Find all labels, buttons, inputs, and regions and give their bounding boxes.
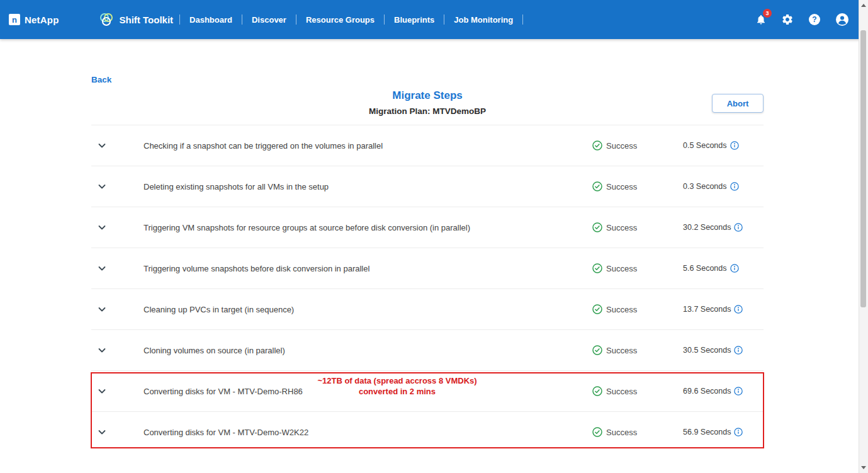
status-text: Success	[606, 387, 637, 396]
nav-item-dashboard[interactable]: Dashboard	[180, 15, 242, 25]
chevron-down-icon	[97, 345, 107, 355]
header-actions: 3 ?	[755, 13, 849, 26]
brand-name: NetApp	[25, 14, 59, 25]
check-circle-icon	[592, 345, 602, 355]
steps-list: Checking if a snapshot can be triggered …	[91, 125, 764, 452]
duration-text: 30.2 Seconds	[683, 223, 731, 232]
chevron-cell	[91, 304, 144, 314]
step-row: Checking if a snapshot can be triggered …	[91, 125, 764, 166]
status-badge: Success	[592, 345, 683, 355]
check-circle-icon	[592, 304, 602, 314]
info-icon[interactable]	[730, 264, 739, 273]
duration-text: 13.7 Seconds	[683, 305, 731, 314]
notification-badge: 3	[763, 9, 772, 18]
svg-text:?: ?	[812, 15, 816, 24]
back-link[interactable]: Back	[91, 75, 111, 84]
nav-divider	[522, 14, 523, 25]
status-badge: Success	[592, 386, 683, 396]
abort-button[interactable]: Abort	[712, 94, 764, 113]
info-icon[interactable]	[734, 428, 743, 436]
duration-text: 0.5 Seconds	[683, 141, 727, 150]
nav-item-discover[interactable]: Discover	[242, 15, 296, 25]
duration-text: 5.6 Seconds	[683, 264, 727, 273]
chevron-down-icon	[97, 386, 107, 396]
notifications-button[interactable]: 3	[755, 13, 767, 26]
scrollbar[interactable]	[859, 0, 868, 473]
nav-item-job-monitoring[interactable]: Job Monitoring	[444, 15, 522, 25]
chevron-cell	[91, 140, 144, 151]
page-subtitle: Migration Plan: MTVDemoBP	[91, 106, 764, 116]
title-area: Migrate Steps Migration Plan: MTVDemoBP …	[91, 89, 764, 116]
status-text: Success	[606, 346, 637, 355]
duration-text: 69.6 Seconds	[683, 387, 731, 396]
chevron-cell	[91, 263, 144, 273]
app-title: Shift Toolkit	[98, 12, 174, 27]
step-duration: 0.3 Seconds	[683, 182, 764, 191]
page-title: Migrate Steps	[91, 89, 764, 103]
expand-step-button[interactable]	[97, 427, 107, 437]
info-icon[interactable]	[730, 141, 739, 150]
step-row: Cloning volumes on source (in parallel) …	[91, 329, 764, 370]
info-icon[interactable]	[734, 305, 743, 314]
scrollbar-down-arrow[interactable]	[861, 466, 866, 469]
netapp-logo-icon: n	[9, 14, 20, 25]
status-text: Success	[606, 141, 637, 151]
chevron-cell	[91, 222, 144, 232]
expand-step-button[interactable]	[97, 222, 107, 232]
step-duration: 13.7 Seconds	[683, 305, 764, 314]
chevron-down-icon	[97, 181, 107, 191]
expand-step-button[interactable]	[97, 386, 107, 396]
nav-item-resource-groups[interactable]: Resource Groups	[296, 15, 384, 25]
duration-text: 56.9 Seconds	[683, 428, 731, 436]
chevron-down-icon	[97, 304, 107, 314]
status-text: Success	[606, 223, 637, 232]
scrollbar-thumb[interactable]	[860, 30, 866, 307]
info-icon[interactable]	[734, 387, 743, 396]
step-description: Deleting existing snapshots for all VMs …	[144, 182, 592, 191]
help-button[interactable]: ?	[808, 13, 821, 26]
step-duration: 0.5 Seconds	[683, 141, 764, 150]
step-row: Deleting existing snapshots for all VMs …	[91, 166, 764, 207]
chevron-cell	[91, 427, 144, 437]
chevron-down-icon	[97, 222, 107, 232]
status-badge: Success	[592, 263, 683, 273]
step-duration: 5.6 Seconds	[683, 264, 764, 273]
info-icon[interactable]	[734, 223, 743, 232]
duration-text: 0.3 Seconds	[683, 182, 727, 191]
info-icon[interactable]	[734, 346, 743, 355]
main-nav: Dashboard Discover Resource Groups Bluep…	[179, 14, 523, 25]
nav-item-blueprints[interactable]: Blueprints	[385, 15, 444, 25]
step-duration: 30.2 Seconds	[683, 223, 764, 232]
account-icon	[835, 13, 849, 26]
status-badge: Success	[592, 304, 683, 314]
check-circle-icon	[592, 181, 602, 191]
help-icon: ?	[808, 13, 821, 26]
app-name: Shift Toolkit	[120, 14, 174, 25]
netapp-brand: n NetApp	[9, 14, 59, 25]
status-text: Success	[606, 182, 637, 191]
status-badge: Success	[592, 140, 683, 151]
step-description: Cloning volumes on source (in parallel)	[144, 346, 592, 355]
expand-step-button[interactable]	[97, 140, 107, 151]
info-icon[interactable]	[730, 182, 739, 191]
step-duration: 56.9 Seconds	[683, 428, 764, 436]
status-badge: Success	[592, 427, 683, 437]
expand-step-button[interactable]	[97, 263, 107, 273]
chevron-cell	[91, 181, 144, 191]
step-row: Triggering volume snapshots before disk …	[91, 248, 764, 288]
expand-step-button[interactable]	[97, 304, 107, 314]
gear-icon	[781, 13, 794, 26]
expand-step-button[interactable]	[97, 345, 107, 355]
step-description: Converting disks for VM - MTV-Demo-W2K22	[144, 428, 592, 437]
scrollbar-up-arrow[interactable]	[861, 4, 866, 7]
migrate-steps-page: Back Migrate Steps Migration Plan: MTVDe…	[91, 39, 764, 452]
app-header: n NetApp Shift Toolkit Dashboard Discove…	[0, 0, 868, 39]
account-button[interactable]	[835, 13, 849, 26]
step-row: Cleaning up PVCs in target (in sequence)…	[91, 288, 764, 329]
status-text: Success	[606, 305, 637, 314]
status-text: Success	[606, 264, 637, 273]
settings-button[interactable]	[781, 13, 794, 26]
expand-step-button[interactable]	[97, 181, 107, 191]
check-circle-icon	[592, 140, 602, 151]
chevron-down-icon	[97, 427, 107, 437]
